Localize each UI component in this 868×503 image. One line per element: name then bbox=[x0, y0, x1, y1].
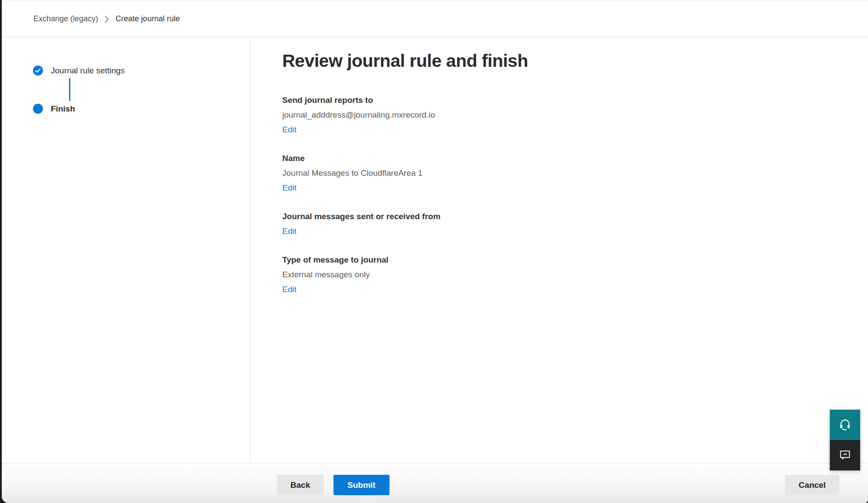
step-finish[interactable]: Finish bbox=[33, 104, 250, 114]
section-value: journal_adddress@journaling.mxrecord.io bbox=[282, 108, 851, 122]
breadcrumb-current-page: Create journal rule bbox=[116, 14, 180, 23]
section-label: Send journal reports to bbox=[282, 93, 851, 108]
wizard-body: Journal rule settings Finish Review jour… bbox=[2, 38, 868, 463]
section-label: Name bbox=[282, 151, 851, 166]
message-icon bbox=[839, 449, 851, 462]
review-section: Send journal reports to journal_adddress… bbox=[282, 93, 851, 137]
cancel-button[interactable]: Cancel bbox=[785, 475, 839, 495]
edit-link[interactable]: Edit bbox=[282, 224, 297, 239]
review-section: Type of message to journal External mess… bbox=[282, 253, 851, 297]
review-section: Journal messages sent or received from E… bbox=[282, 209, 851, 239]
feedback-button[interactable] bbox=[830, 440, 860, 470]
edit-link[interactable]: Edit bbox=[282, 181, 297, 195]
app-window: Exchange (legacy) Create journal rule Jo… bbox=[2, 0, 868, 503]
step-connector bbox=[69, 78, 70, 101]
help-button[interactable] bbox=[830, 410, 860, 440]
edit-link[interactable]: Edit bbox=[282, 282, 297, 297]
breadcrumb-link-exchange-legacy[interactable]: Exchange (legacy) bbox=[33, 14, 98, 23]
headset-icon bbox=[838, 418, 851, 432]
filled-circle-icon bbox=[33, 104, 43, 114]
check-circle-icon bbox=[33, 66, 43, 76]
review-section: Name Journal Messages to CloudflareArea … bbox=[282, 151, 851, 195]
chevron-right-icon bbox=[104, 14, 109, 23]
back-button[interactable]: Back bbox=[277, 475, 323, 495]
breadcrumb: Exchange (legacy) Create journal rule bbox=[2, 0, 868, 37]
section-label: Type of message to journal bbox=[282, 253, 851, 267]
review-sections: Send journal reports to journal_adddress… bbox=[282, 93, 851, 297]
submit-button[interactable]: Submit bbox=[333, 475, 389, 495]
section-value: External messages only bbox=[282, 267, 851, 282]
section-label: Journal messages sent or received from bbox=[282, 209, 851, 224]
step-journal-rule-settings[interactable]: Journal rule settings bbox=[33, 66, 250, 76]
step-label: Journal rule settings bbox=[51, 66, 125, 76]
footer-action-bar: Back Submit Cancel bbox=[2, 463, 868, 503]
step-label: Finish bbox=[51, 104, 75, 114]
review-content: Review journal rule and finish Send jour… bbox=[251, 38, 868, 463]
page-title: Review journal rule and finish bbox=[282, 51, 851, 71]
wizard-steps-panel: Journal rule settings Finish bbox=[2, 38, 251, 463]
section-value: Journal Messages to CloudflareArea 1 bbox=[282, 166, 851, 181]
floating-button-stack bbox=[830, 410, 860, 470]
edit-link[interactable]: Edit bbox=[282, 122, 297, 137]
